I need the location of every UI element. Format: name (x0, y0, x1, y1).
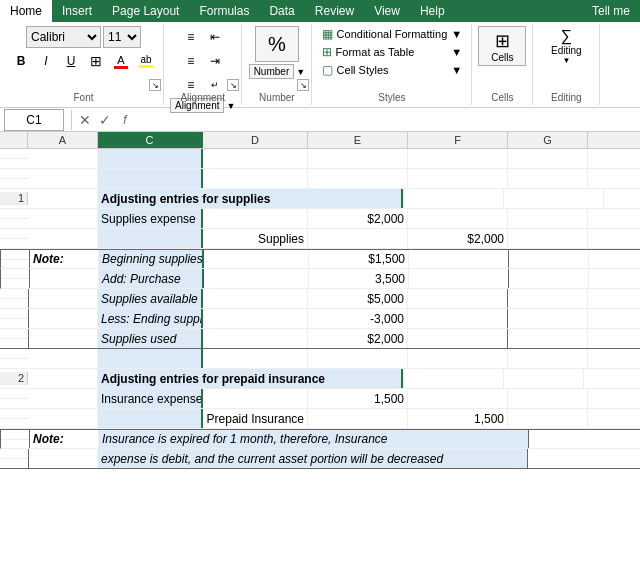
cell-b[interactable] (28, 329, 98, 348)
cell-b[interactable] (28, 149, 98, 168)
cell-c[interactable] (98, 349, 203, 368)
cell-c[interactable]: Adjusting entries for supplies (98, 189, 403, 208)
cell-c[interactable]: Supplies available for use (98, 289, 203, 308)
number-format-button[interactable]: % (255, 26, 299, 62)
conditional-formatting-item[interactable]: ▦ Conditional Formatting ▼ (320, 26, 465, 42)
bold-button[interactable]: B (10, 50, 32, 72)
cell-b[interactable] (28, 409, 98, 428)
cell-e[interactable] (404, 189, 504, 208)
cell-b[interactable]: Note: (29, 250, 99, 268)
cell-d[interactable] (203, 389, 308, 408)
tab-insert[interactable]: Insert (52, 0, 102, 22)
cell-e[interactable] (308, 409, 408, 428)
cell-e[interactable]: $2,000 (308, 209, 408, 228)
cell-b[interactable] (28, 369, 98, 388)
cell-f[interactable] (408, 209, 508, 228)
cell-d[interactable] (203, 309, 308, 328)
cell-f[interactable] (408, 329, 508, 348)
cell-b[interactable] (28, 189, 98, 208)
formula-function-button[interactable]: f (115, 110, 135, 130)
cell-c[interactable]: Less: Ending supplies (98, 309, 203, 328)
cell-c[interactable]: Beginning supplies (99, 250, 204, 268)
tab-formulas[interactable]: Formulas (189, 0, 259, 22)
cell-f[interactable] (408, 349, 508, 368)
cell-c[interactable]: Supplies used (98, 329, 203, 348)
cell-e[interactable]: $1,500 (309, 250, 409, 268)
italic-button[interactable]: I (35, 50, 57, 72)
cell-f[interactable]: 1,500 (408, 409, 508, 428)
cell-f[interactable] (408, 289, 508, 308)
cell-c[interactable]: Add: Purchase (99, 269, 204, 288)
cell-d[interactable] (203, 169, 308, 188)
cell-g[interactable] (508, 309, 588, 328)
cell-d[interactable] (204, 269, 309, 288)
cell-d[interactable] (203, 349, 308, 368)
col-header-e[interactable]: E (308, 132, 408, 148)
cell-b[interactable] (28, 229, 98, 248)
border-button[interactable]: ⊞ (85, 50, 107, 72)
cell-f[interactable]: $2,000 (408, 229, 508, 248)
editing-button[interactable]: ∑ Editing ▼ (539, 26, 593, 66)
cell-d[interactable] (204, 250, 309, 268)
col-header-c[interactable]: C (98, 132, 203, 148)
cell-e[interactable]: $5,000 (308, 289, 408, 308)
cell-c[interactable] (98, 169, 203, 188)
tab-view[interactable]: View (364, 0, 410, 22)
cell-f[interactable] (409, 269, 509, 288)
cell-d[interactable]: Prepaid Insurance (203, 409, 308, 428)
align-left-button[interactable]: ≡ (180, 26, 202, 48)
number-dropdown-button[interactable]: Number (249, 64, 295, 79)
cell-b[interactable]: Note: (29, 430, 99, 448)
font-name-select[interactable]: Calibri (26, 26, 101, 48)
font-expand-button[interactable]: ↘ (149, 79, 161, 91)
cell-g[interactable] (509, 250, 589, 268)
cell-f[interactable] (408, 309, 508, 328)
cell-d[interactable] (203, 149, 308, 168)
cell-f[interactable] (404, 369, 504, 388)
col-header-a[interactable]: A (28, 132, 98, 148)
cell-d[interactable] (203, 329, 308, 348)
cell-b[interactable] (28, 169, 98, 188)
alignment-expand-button[interactable]: ↘ (227, 79, 239, 91)
cell-g[interactable] (508, 149, 588, 168)
cell-g[interactable] (508, 329, 588, 348)
cell-c-wide[interactable]: Insurance is expired for 1 month, theref… (99, 430, 529, 448)
cell-g[interactable] (504, 369, 584, 388)
cell-b[interactable] (29, 269, 99, 288)
tab-data[interactable]: Data (259, 0, 304, 22)
cell-f[interactable] (408, 389, 508, 408)
cell-c-wide2[interactable]: expense is debit, and the current asset … (98, 449, 528, 468)
cell-g[interactable] (508, 409, 588, 428)
cell-g[interactable] (508, 229, 588, 248)
font-color-button[interactable]: A (110, 50, 132, 72)
col-header-f[interactable]: F (408, 132, 508, 148)
cell-f[interactable] (504, 189, 604, 208)
tab-home[interactable]: Home (0, 0, 52, 22)
cell-b[interactable] (28, 209, 98, 228)
cell-f[interactable] (408, 169, 508, 188)
indent-button[interactable]: ⇤ (204, 26, 226, 48)
cell-b[interactable] (28, 349, 98, 368)
cell-c[interactable]: Supplies expense (98, 209, 203, 228)
tab-page-layout[interactable]: Page Layout (102, 0, 189, 22)
cell-e[interactable]: 3,500 (309, 269, 409, 288)
cell-d[interactable] (203, 289, 308, 308)
cell-c[interactable] (98, 409, 203, 428)
cell-g[interactable] (604, 189, 640, 208)
cell-f[interactable] (409, 250, 509, 268)
col-header-d[interactable]: D (203, 132, 308, 148)
cell-g[interactable] (508, 349, 588, 368)
cell-b[interactable] (28, 389, 98, 408)
cell-g[interactable] (508, 389, 588, 408)
tab-tell-me[interactable]: Tell me (582, 0, 640, 22)
cell-b[interactable] (28, 449, 98, 468)
cell-g[interactable] (508, 289, 588, 308)
cell-f[interactable] (408, 149, 508, 168)
col-header-g[interactable]: G (508, 132, 588, 148)
cell-c[interactable]: Adjusting entries for prepaid insurance (98, 369, 403, 388)
tab-review[interactable]: Review (305, 0, 364, 22)
cell-g[interactable] (508, 169, 588, 188)
name-box[interactable] (4, 109, 64, 131)
cell-e[interactable]: $2,000 (308, 329, 408, 348)
confirm-formula-button[interactable]: ✓ (95, 110, 115, 130)
